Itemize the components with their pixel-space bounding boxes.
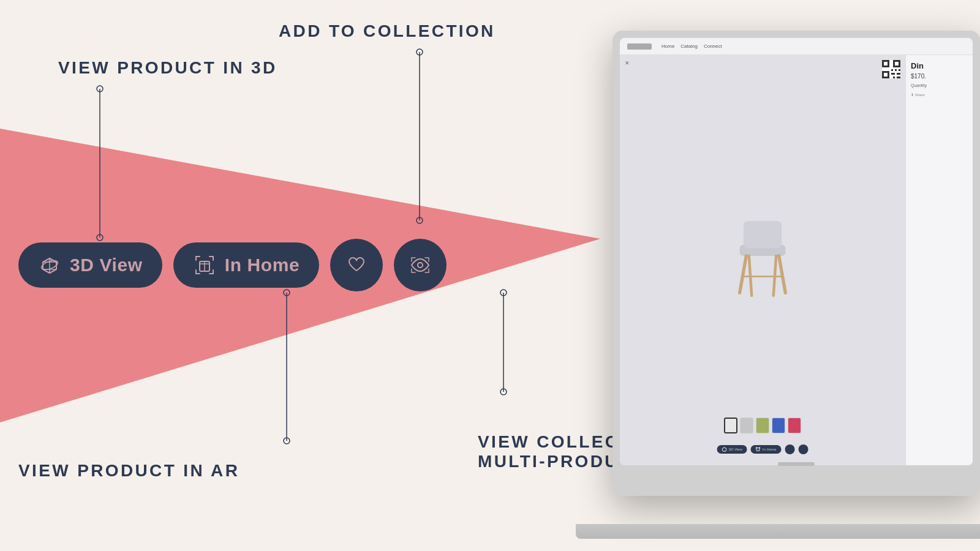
- nav-link-catalog: Catalog: [680, 43, 698, 49]
- svg-point-9: [284, 438, 290, 444]
- btn-3d-view-label: 3D View: [70, 255, 143, 276]
- svg-rect-20: [895, 62, 899, 66]
- btn-favorite[interactable]: [330, 239, 383, 291]
- laptop-notch: [778, 462, 815, 466]
- btn-ar-view[interactable]: [394, 239, 447, 291]
- svg-rect-39: [756, 448, 760, 451]
- svg-marker-38: [722, 448, 726, 452]
- product-qty: Quantity: [911, 83, 968, 88]
- product-title: Din: [911, 61, 968, 70]
- svg-line-35: [749, 256, 752, 296]
- btn-in-home-label: In Home: [225, 255, 300, 276]
- label-view-3d: VIEW PRODUCT IN 3D: [58, 58, 277, 78]
- swatch-gray[interactable]: [740, 418, 753, 433]
- screen-nav-links: Home Catalog Connect: [662, 43, 722, 49]
- laptop-base: [576, 524, 980, 539]
- svg-point-6: [417, 217, 423, 223]
- page-content: VIEW PRODUCT IN 3D ADD TO COLLECTION VIE…: [0, 0, 980, 551]
- svg-point-11: [500, 290, 507, 296]
- laptop-screen: Home Catalog Connect ✕: [620, 38, 973, 465]
- svg-rect-29: [897, 77, 900, 78]
- chair-illustration: [720, 211, 805, 309]
- svg-rect-18: [884, 62, 888, 66]
- label-add-collection: ADD TO COLLECTION: [279, 21, 496, 41]
- swatch-blue[interactable]: [772, 418, 785, 433]
- svg-line-34: [779, 256, 786, 293]
- product-price: $170.: [911, 73, 968, 80]
- btn-3d-view[interactable]: 3D View: [18, 242, 162, 288]
- screen-action-buttons: 3D View In Home: [717, 444, 809, 454]
- svg-rect-23: [891, 69, 893, 71]
- svg-rect-28: [893, 77, 895, 78]
- svg-point-15: [418, 263, 423, 268]
- btn-in-home[interactable]: In Home: [173, 242, 320, 288]
- svg-line-36: [774, 256, 776, 296]
- close-button[interactable]: ✕: [625, 60, 632, 67]
- nav-link-connect: Connect: [704, 43, 722, 49]
- svg-rect-24: [895, 69, 897, 71]
- swatch-pink[interactable]: [788, 418, 801, 433]
- swatch-white[interactable]: [724, 418, 737, 433]
- screen-logo: [627, 43, 652, 50]
- screen-ar-btn[interactable]: [798, 444, 808, 454]
- laptop-body: Home Catalog Connect ✕: [612, 31, 980, 496]
- cube-orbit-icon: [38, 253, 61, 277]
- svg-rect-26: [891, 73, 895, 75]
- svg-rect-25: [899, 69, 900, 71]
- nav-link-home: Home: [662, 43, 674, 49]
- product-info-panel: Din $170. Quantity ⬆ Share: [905, 55, 973, 465]
- product-view-area: ✕: [620, 55, 905, 465]
- svg-rect-27: [897, 73, 900, 75]
- svg-rect-32: [744, 221, 782, 248]
- label-view-ar: VIEW PRODUCT IN AR: [18, 461, 239, 481]
- screen-3d-view-btn[interactable]: 3D View: [717, 445, 747, 454]
- share-link[interactable]: ⬆ Share: [911, 92, 968, 97]
- svg-rect-22: [884, 73, 888, 77]
- screen-heart-btn[interactable]: [785, 444, 794, 454]
- laptop-mockup: Home Catalog Connect ✕: [600, 12, 980, 539]
- buttons-row: 3D View In Home: [18, 239, 447, 291]
- svg-line-33: [740, 256, 747, 293]
- svg-point-12: [500, 389, 507, 395]
- screen-nav: Home Catalog Connect: [620, 38, 973, 55]
- swatch-green[interactable]: [756, 418, 769, 433]
- color-swatches: [724, 418, 801, 433]
- qr-code: [882, 60, 900, 78]
- svg-point-2: [97, 86, 103, 92]
- svg-point-5: [417, 49, 423, 55]
- screen-body: ✕: [620, 55, 973, 465]
- ar-cube-icon: [193, 253, 216, 277]
- heart-icon: [345, 253, 368, 277]
- screen-in-home-btn[interactable]: In Home: [751, 445, 782, 454]
- ar-view-icon: [409, 253, 432, 277]
